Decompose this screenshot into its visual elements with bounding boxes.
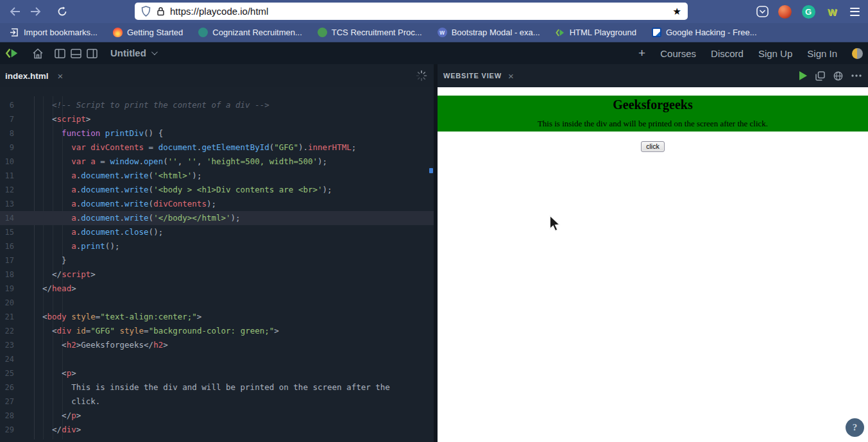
code-line[interactable]: 12 a.document.write('<body > <h1>Div con… [0,183,434,197]
tab-website-view[interactable]: WEBSITE VIEW [443,72,502,80]
code-text: This is inside the div and will be print… [42,380,390,395]
code-line[interactable]: 13 a.document.write(divContents); [0,197,434,211]
menu-icon[interactable] [846,4,863,19]
code-line[interactable]: 24 [0,352,434,366]
line-number: 29 [0,423,14,437]
url-text[interactable]: https://playcode.io/html [170,6,673,17]
grammarly-extension-icon[interactable]: G [800,4,817,19]
courses-link[interactable]: Courses [660,48,696,59]
layout-left-panel-icon[interactable] [53,47,67,60]
line-number: 25 [0,366,14,380]
code-text: a.document.write(divContents); [42,197,216,211]
sign-in-link[interactable]: Sign In [807,48,837,59]
close-preview-icon[interactable]: × [508,71,514,81]
url-bar[interactable]: https://playcode.io/html ★ [135,3,688,20]
bookmark-getting-started[interactable]: Getting Started [108,26,187,39]
bookmark-tcs[interactable]: TCS Recruitment Proc... [313,26,427,39]
back-button[interactable] [6,4,23,19]
layout-right-panel-icon[interactable] [85,47,99,60]
google-hacking-favicon [652,28,661,37]
discord-link[interactable]: Discord [711,48,744,59]
code-line[interactable]: 9 var divContents = document.getElementB… [0,140,434,155]
code-line[interactable]: 22 <div id="GFG" style="background-color… [0,324,434,338]
code-line[interactable]: 18 </script> [0,268,434,282]
new-project-button[interactable]: + [638,46,645,60]
line-number: 8 [0,126,14,140]
code-line[interactable]: 17 } [0,253,434,268]
code-line[interactable]: 27 click. [0,395,434,409]
code-line[interactable]: 6 <!-- Script to print the content of a … [0,98,434,112]
bookmark-bootstrap-modal[interactable]: w Bootstrap Modal - exa... [433,26,545,39]
code-text: a.document.write('</body></html>'); [42,211,241,225]
code-text: </script> [42,268,96,282]
code-line[interactable]: 11 a.document.write('<html>'); [0,169,434,183]
code-line[interactable]: 29 </div> [0,423,434,437]
click-button[interactable]: click [641,141,664,152]
close-tab-icon[interactable]: × [58,71,64,81]
open-in-browser-globe-icon[interactable] [833,71,843,81]
bookmark-html-playground[interactable]: HTML Playground [551,26,641,39]
website-view: Geeksforgeeks This is inside the div and… [438,87,868,442]
playcode-logo[interactable] [5,47,19,60]
project-name-dropdown[interactable]: Untitled [110,47,156,58]
line-number: 27 [0,395,14,409]
gfg-paragraph: This is inside the div and will be print… [438,119,868,129]
code-line[interactable]: 10 var a = window.open('', '', 'height=5… [0,155,434,169]
browser-window: https://playcode.io/html ★ G W Import bo… [0,0,868,442]
code-line[interactable]: 14 a.document.write('</body></html>'); [0,211,434,225]
bookmark-import[interactable]: Import bookmarks... [5,26,102,39]
theme-toggle-icon[interactable] [852,48,863,59]
code-line[interactable]: 26 This is inside the div and will be pr… [0,380,434,395]
code-line[interactable]: 15 a.document.close(); [0,225,434,239]
bookmarks-bar: Import bookmarks... Getting Started Cogn… [0,23,868,42]
code-editor[interactable]: 6 <!-- Script to print the content of a … [0,87,434,442]
code-line[interactable]: 21<body style="text-align:center;"> [0,310,434,324]
editor-pane: index.html × 6 <!-- Scri [0,64,434,442]
code-text: a.document.write('<body > <h1>Div conten… [42,183,332,197]
extension-w-icon[interactable]: W [824,4,840,19]
bookmark-star-icon[interactable]: ★ [673,6,681,17]
line-number: 18 [0,268,14,282]
bookmark-cognizant[interactable]: Cognizant Recruitmen... [194,26,306,39]
bookmark-google-hacking[interactable]: Google Hacking - Free... [647,26,762,39]
preview-tabbar: WEBSITE VIEW × [438,64,868,87]
forward-button[interactable] [27,4,44,19]
line-number: 28 [0,409,14,423]
editor-scrollbar-thumb[interactable] [429,168,433,173]
code-text: <body style="text-align:center;"> [42,310,201,324]
shield-icon[interactable] [141,6,151,17]
line-number: 16 [0,239,14,253]
code-text: a.document.close(); [42,225,163,239]
code-line[interactable]: 23 <h2>Geeksforgeeks</h2> [0,338,434,352]
sign-up-link[interactable]: Sign Up [758,48,792,59]
home-icon[interactable] [31,47,45,60]
help-button[interactable]: ? [846,418,864,437]
more-options-icon[interactable] [851,74,862,77]
line-number: 23 [0,338,14,352]
code-line[interactable]: 8 function printDiv() { [0,126,434,140]
reload-button[interactable] [54,4,71,19]
code-text: click. [42,395,100,409]
code-line[interactable]: 19</head> [0,282,434,296]
code-text: a.document.write('<html>'); [42,169,201,183]
account-avatar[interactable] [776,4,793,19]
code-text: function printDiv() { [42,126,163,140]
tcs-favicon [318,28,327,37]
copy-icon[interactable] [815,71,825,81]
line-number: 7 [0,112,14,126]
code-line[interactable]: 7 <script> [0,112,434,126]
code-line[interactable]: 25 <p> [0,366,434,380]
line-number: 26 [0,380,14,395]
run-icon[interactable] [799,71,807,80]
code-line[interactable]: 28 </p> [0,409,434,423]
code-text: <script> [42,112,90,126]
mouse-cursor [549,215,563,233]
lock-icon[interactable] [157,6,165,16]
tab-index-html[interactable]: index.html [5,71,49,81]
layout-bottom-panel-icon[interactable] [69,47,83,60]
code-line[interactable]: 20 [0,296,434,310]
pocket-icon[interactable] [754,4,770,19]
code-line[interactable]: 16 a.print(); [0,239,434,253]
chevron-down-icon [151,49,158,55]
line-number: 6 [0,98,14,112]
